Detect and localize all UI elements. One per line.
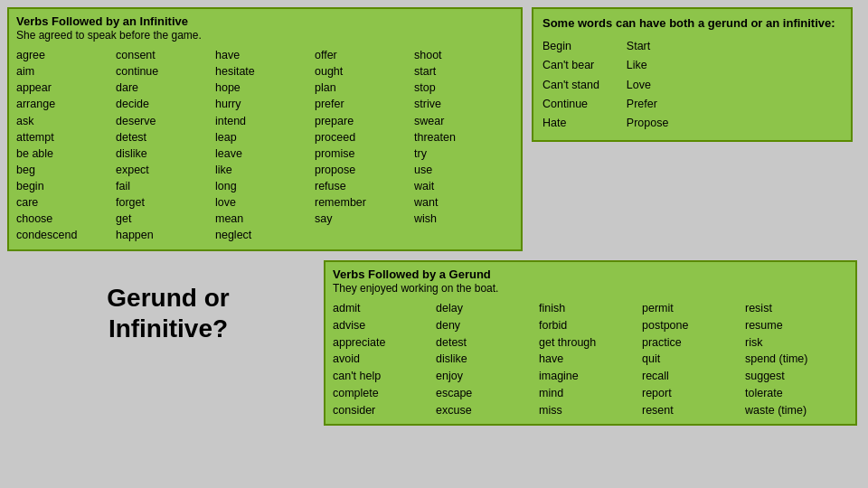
list-item: happen — [116, 227, 215, 243]
list-item: have — [215, 47, 315, 63]
list-item: prepare — [315, 113, 414, 129]
list-item: hurry — [215, 96, 315, 112]
list-item: dare — [116, 80, 215, 96]
list-item: Prefer — [627, 95, 669, 114]
gerund-col3: finishforbidget throughhaveimaginemindmi… — [539, 300, 642, 418]
list-item: can't help — [333, 368, 436, 385]
list-item: resent — [642, 402, 745, 419]
main-container: Verbs Followed by an Infinitive She agre… — [7, 7, 857, 482]
list-item: consider — [333, 402, 436, 419]
list-item: tolerate — [745, 385, 848, 402]
list-item: resume — [745, 317, 848, 334]
list-item: quit — [642, 351, 745, 368]
list-item: agree — [16, 47, 116, 63]
list-item: waste (time) — [745, 402, 848, 419]
list-item: excuse — [436, 402, 539, 419]
list-item: aim — [16, 63, 116, 80]
list-item: get — [116, 211, 215, 227]
list-item: Love — [627, 76, 669, 95]
list-item: ought — [315, 63, 414, 80]
infinitive-subtitle: She agreed to speak before the game. — [16, 29, 514, 42]
list-item: avoid — [333, 351, 436, 368]
list-item: shoot — [414, 47, 514, 63]
list-item: suggest — [745, 368, 848, 385]
list-item: like — [215, 162, 315, 178]
gerund-subtitle: They enjoyed working on the boat. — [333, 282, 848, 295]
list-item: neglect — [215, 227, 315, 243]
list-item: strive — [414, 96, 514, 112]
list-item: Propose — [627, 114, 669, 133]
list-item: appreciate — [333, 334, 436, 352]
some-words-box: Some words can have both a gerund or an … — [532, 7, 853, 142]
list-item: have — [539, 351, 642, 368]
list-item: get through — [539, 334, 642, 352]
list-item: mind — [539, 385, 642, 402]
list-item: expect — [116, 162, 215, 178]
list-item: choose — [16, 211, 116, 227]
list-item: appear — [16, 80, 116, 96]
list-item: proceed — [315, 129, 414, 145]
list-item: begin — [16, 178, 116, 194]
list-item: risk — [745, 334, 848, 352]
infinitive-col2: consentcontinuedaredecidedeservedetestdi… — [116, 47, 215, 244]
list-item: leap — [215, 129, 315, 145]
list-item: delay — [436, 300, 539, 317]
infinitive-title: Verbs Followed by an Infinitive — [16, 14, 514, 28]
list-item: Hate — [542, 114, 599, 133]
list-item: leave — [215, 145, 315, 162]
list-item: fail — [116, 178, 215, 194]
gerund-label-container: Gerund or Infinitive? — [14, 283, 322, 343]
list-item: Like — [627, 56, 669, 75]
list-item: try — [414, 145, 514, 162]
list-item: wish — [414, 211, 514, 227]
list-item: practice — [642, 334, 745, 352]
list-item: postpone — [642, 317, 745, 334]
list-item: be able — [16, 145, 116, 162]
list-item: spend (time) — [745, 351, 848, 368]
list-item: condescend — [16, 227, 116, 243]
gerund-label-line2: Infinitive? — [108, 314, 228, 343]
list-item: wait — [414, 178, 514, 194]
gerund-col1: admitadviseappreciateavoidcan't helpcomp… — [333, 300, 436, 418]
list-item: love — [215, 194, 315, 211]
list-item: report — [642, 385, 745, 402]
list-item: care — [16, 194, 116, 211]
list-item: refuse — [315, 178, 414, 194]
list-item: resist — [745, 300, 848, 317]
gerund-col5: resistresumeriskspend (time)suggesttoler… — [745, 300, 848, 418]
list-item: Start — [627, 37, 669, 56]
gerund-label-line1: Gerund or — [107, 284, 229, 312]
infinitive-col3: havehesitatehopehurryintendleapleavelike… — [215, 47, 315, 244]
gerund-label-text: Gerund or Infinitive? — [107, 283, 229, 343]
list-item: Continue — [542, 95, 599, 114]
list-item: finish — [539, 300, 642, 317]
list-item: arrange — [16, 96, 116, 112]
list-item: Can't bear — [542, 56, 599, 75]
list-item: long — [215, 178, 315, 194]
list-item: plan — [315, 80, 414, 96]
list-item: permit — [642, 300, 745, 317]
list-item: start — [414, 63, 514, 80]
list-item: use — [414, 162, 514, 178]
list-item: say — [315, 211, 414, 227]
list-item: threaten — [414, 129, 514, 145]
list-item: decide — [116, 96, 215, 112]
some-words-columns: BeginCan't bearCan't standContinueHate S… — [542, 37, 842, 133]
list-item: advise — [333, 317, 436, 334]
list-item: hope — [215, 80, 315, 96]
infinitive-box: Verbs Followed by an Infinitive She agre… — [7, 7, 523, 251]
infinitive-col5: shootstartstopstriveswearthreatentryusew… — [414, 47, 514, 244]
list-item: stop — [414, 80, 514, 96]
list-item: hesitate — [215, 63, 315, 80]
list-item: beg — [16, 162, 116, 178]
list-item: swear — [414, 113, 514, 129]
list-item: consent — [116, 47, 215, 63]
list-item: prefer — [315, 96, 414, 112]
list-item: intend — [215, 113, 315, 129]
list-item: detest — [436, 334, 539, 352]
list-item: recall — [642, 368, 745, 385]
list-item: admit — [333, 300, 436, 317]
list-item: mean — [215, 211, 315, 227]
gerund-title: Verbs Followed by a Gerund — [333, 267, 848, 281]
some-words-col2: StartLikeLovePreferPropose — [627, 37, 669, 133]
